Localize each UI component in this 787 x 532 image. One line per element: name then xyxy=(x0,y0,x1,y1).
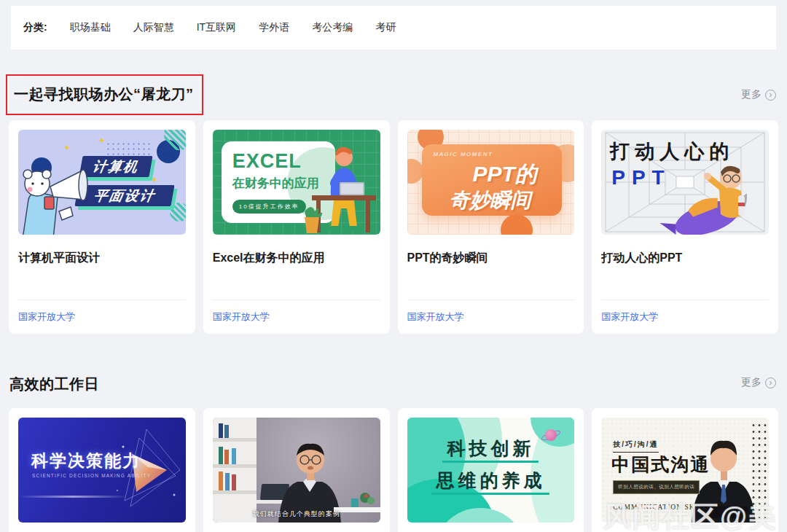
thumb-line2: SCIENTIFIC DECISION MAKING ABILITY xyxy=(32,473,151,478)
publisher-link[interactable]: 国家开放大学 xyxy=(213,310,270,324)
plant-decoration xyxy=(351,496,376,507)
circle-decoration xyxy=(501,214,533,235)
thumb-line1: 科学决策能力 xyxy=(31,450,141,472)
section2-title: 高效的工作日 xyxy=(9,375,99,394)
video-subtitle: 我们就结合几个典型的案例 xyxy=(213,509,380,519)
category-bar: 分类: 职场基础 人际智慧 IT互联网 学外语 考公考编 考研 xyxy=(11,6,776,50)
rocket-rider-illustration xyxy=(659,157,769,235)
category-item-workplace-basics[interactable]: 职场基础 xyxy=(70,21,111,34)
category-item-civil-exam[interactable]: 考公考编 xyxy=(312,21,353,34)
divider xyxy=(18,300,186,300)
thumb-line1: 科技创新 xyxy=(407,437,575,461)
thumb-line1: 中国式沟通 xyxy=(611,453,710,477)
bear-megaphone-illustration xyxy=(18,154,95,235)
thumb-tagline: 技/巧/沟/通 xyxy=(613,439,658,453)
more-label: 更多 xyxy=(741,376,761,389)
thumb-line2: 思维的养成 xyxy=(407,469,575,493)
more-label: 更多 xyxy=(741,88,761,101)
course-thumbnail: 我们就结合几个典型的案例 xyxy=(213,418,380,523)
divider xyxy=(601,300,769,300)
course-thumbnail: EXCEL 在财务中的应用 10倍提升工作效率 xyxy=(213,130,380,235)
category-item-foreign-language[interactable]: 学外语 xyxy=(259,21,289,34)
course-title: 计算机平面设计 xyxy=(18,251,186,266)
category-item-interpersonal[interactable]: 人际智慧 xyxy=(133,21,174,34)
chevron-right-circle-icon: › xyxy=(765,378,776,388)
thumb-line1: EXCEL xyxy=(232,150,302,173)
course-title: Excel在财务中的应用 xyxy=(213,251,380,266)
course-thumbnail: 科技创新 思维的养成 xyxy=(407,418,575,523)
divider xyxy=(407,300,575,300)
course-title: PPT的奇妙瞬间 xyxy=(407,251,575,266)
category-item-it-internet[interactable]: IT互联网 xyxy=(197,21,236,34)
person-at-desk-illustration xyxy=(299,141,380,235)
thumb-line1: PPT的 xyxy=(473,160,537,189)
thumb-line2: 奇妙瞬间 xyxy=(450,187,531,214)
chevron-right-circle-icon: › xyxy=(765,90,776,101)
publisher-link[interactable]: 国家开放大学 xyxy=(601,310,658,324)
course-card-excel-finance[interactable]: EXCEL 在财务中的应用 10倍提升工作效率 xyxy=(203,120,390,334)
section2-more-link[interactable]: 更多 › xyxy=(741,376,776,389)
course-thumbnail: MAGIC MOMENT PPT的 奇妙瞬间 xyxy=(407,130,575,235)
light-streak-decoration xyxy=(18,496,128,498)
category-item-postgrad[interactable]: 考研 xyxy=(375,21,396,34)
thumb-badge: 听别人想说的话、说别人想听的话 xyxy=(613,480,700,494)
site-watermark: 风闻社区@美 xyxy=(603,498,778,532)
publisher-link[interactable]: 国家开放大学 xyxy=(18,310,75,324)
bookshelf-decoration xyxy=(213,418,257,523)
divider xyxy=(213,300,380,300)
course-card-moving-ppt[interactable]: 打动人心的 PPT xyxy=(592,120,778,334)
circle-decoration xyxy=(407,159,423,184)
thumb-tagline: MAGIC MOMENT xyxy=(434,151,493,157)
course-catalog-page: 分类: 职场基础 人际智慧 IT互联网 学外语 考公考编 考研 一起寻找职场办公… xyxy=(0,0,787,532)
course-card-graphic-design[interactable]: ✦ ✦ ✦ 计算机 平面设计 计 xyxy=(9,120,195,334)
thumb-panel: MAGIC MOMENT PPT的 奇妙瞬间 xyxy=(422,144,562,216)
section1-title-highlight-box: 一起寻找职场办公“屠龙刀” xyxy=(6,74,203,115)
sparkle-icon: ✦ xyxy=(98,136,106,146)
sparkle-icon: ✦ xyxy=(151,175,158,185)
course-card-scientific-decision[interactable]: 科学决策能力 SCIENTIFIC DECISION MAKING ABILIT… xyxy=(9,408,195,532)
course-thumbnail: 打动人心的 PPT xyxy=(601,130,769,235)
sparkle-icon: ✦ xyxy=(63,143,71,153)
category-label: 分类: xyxy=(23,21,47,34)
publisher-link[interactable]: 国家开放大学 xyxy=(407,310,464,324)
striped-circle-decoration xyxy=(170,203,186,222)
section1-more-link[interactable]: 更多 › xyxy=(741,88,776,101)
course-thumbnail: 科学决策能力 SCIENTIFIC DECISION MAKING ABILIT… xyxy=(18,418,186,523)
course-card-lecturer-video[interactable]: 我们就结合几个典型的案例 xyxy=(203,408,390,532)
course-card-tech-innovation[interactable]: 科技创新 思维的养成 xyxy=(398,408,584,532)
course-thumbnail: ✦ ✦ ✦ 计算机 平面设计 xyxy=(18,130,186,235)
section1-card-grid: ✦ ✦ ✦ 计算机 平面设计 计 xyxy=(9,120,778,334)
section1-title: 一起寻找职场办公“屠龙刀” xyxy=(14,85,194,104)
course-card-ppt-magic[interactable]: MAGIC MOMENT PPT的 奇妙瞬间 PPT的奇妙瞬间 国家开放大学 xyxy=(398,120,584,334)
course-title: 打动人心的PPT xyxy=(601,251,769,266)
thumb-badge: 10倍提升工作效率 xyxy=(232,200,306,214)
